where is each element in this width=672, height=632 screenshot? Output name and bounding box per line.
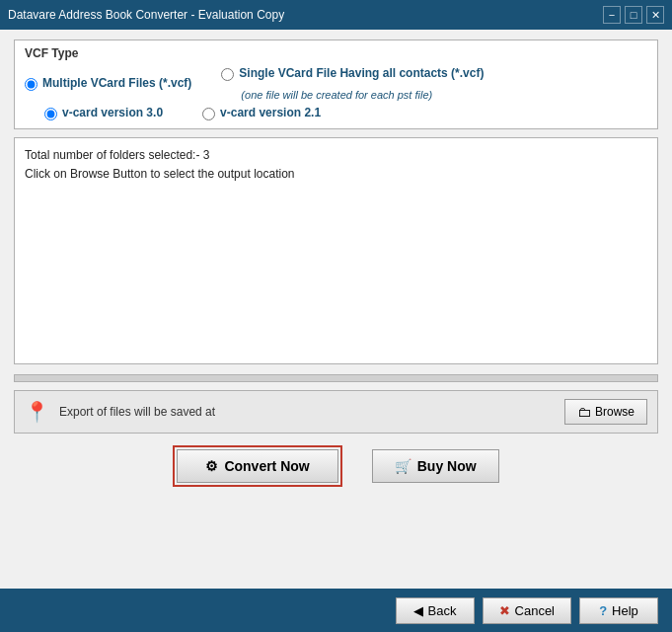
- version-21-label: v-card version 2.1: [220, 106, 321, 121]
- option-version-21[interactable]: v-card version 2.1: [202, 106, 321, 121]
- maximize-button[interactable]: □: [625, 6, 642, 24]
- convert-btn-wrapper: ⚙ Convert Now: [173, 445, 341, 487]
- cancel-icon: ✖: [499, 603, 510, 618]
- log-line-2: Click on Browse Button to select the out…: [25, 165, 647, 184]
- convert-icon: ⚙: [205, 458, 218, 474]
- main-content: VCF Type Multiple VCard Files (*.vcf) Si…: [0, 30, 672, 589]
- radio-single-vcf[interactable]: [221, 68, 234, 81]
- folder-icon: 🗀: [577, 404, 591, 420]
- radio-multiple-vcf[interactable]: [25, 78, 37, 91]
- option-multiple-vcf-label: Multiple VCard Files (*.vcf): [42, 76, 191, 92]
- title-bar: Datavare Address Book Converter - Evalua…: [0, 0, 672, 30]
- back-label: Back: [428, 603, 457, 618]
- cancel-label: Cancel: [515, 603, 555, 618]
- vcf-type-section: VCF Type Multiple VCard Files (*.vcf) Si…: [14, 40, 658, 129]
- log-line-1: Total number of folders selected:- 3: [25, 146, 647, 165]
- log-area: Total number of folders selected:- 3 Cli…: [14, 137, 658, 364]
- cancel-button[interactable]: ✖ Cancel: [483, 597, 571, 624]
- window-title: Datavare Address Book Converter - Evalua…: [8, 8, 603, 22]
- help-icon: ?: [599, 603, 607, 618]
- action-row: ⚙ Convert Now 🛒 Buy Now: [14, 445, 658, 487]
- convert-now-button[interactable]: ⚙ Convert Now: [177, 449, 337, 483]
- bottom-bar: ◀ Back ✖ Cancel ? Help: [0, 589, 672, 632]
- vcf-option-row: Multiple VCard Files (*.vcf) Single VCar…: [25, 66, 647, 102]
- version-row: v-card version 3.0 v-card version 2.1: [25, 106, 647, 121]
- option-single-vcf-sublabel: (one file will be created for each pst f…: [241, 89, 432, 101]
- radio-version-21[interactable]: [202, 108, 215, 120]
- convert-label: Convert Now: [224, 458, 309, 474]
- browse-label: Browse: [595, 405, 635, 419]
- option-single-vcf-label: Single VCard File Having all contacts (*…: [239, 66, 484, 82]
- help-label: Help: [612, 603, 638, 618]
- buy-now-button[interactable]: 🛒 Buy Now: [372, 449, 499, 483]
- back-button[interactable]: ◀ Back: [396, 597, 475, 624]
- close-button[interactable]: ✕: [646, 6, 664, 24]
- option-multiple-vcf[interactable]: Multiple VCard Files (*.vcf): [25, 76, 191, 92]
- buy-label: Buy Now: [417, 458, 477, 474]
- window-controls: − □ ✕: [603, 6, 664, 24]
- export-row: 📍 Export of files will be saved at 🗀 Bro…: [14, 390, 658, 434]
- cart-icon: 🛒: [395, 458, 411, 474]
- minimize-button[interactable]: −: [603, 6, 621, 24]
- help-button[interactable]: ? Help: [579, 597, 658, 624]
- browse-button[interactable]: 🗀 Browse: [564, 399, 647, 425]
- back-icon: ◀: [413, 603, 423, 618]
- progress-bar-container: [14, 374, 658, 382]
- pin-icon: 📍: [25, 402, 49, 422]
- option-single-vcf[interactable]: Single VCard File Having all contacts (*…: [221, 66, 484, 102]
- vcf-type-label: VCF Type: [25, 46, 647, 60]
- option-version-30[interactable]: v-card version 3.0: [44, 106, 163, 121]
- version-30-label: v-card version 3.0: [62, 106, 163, 121]
- radio-version-30[interactable]: [44, 108, 57, 120]
- export-path-text: Export of files will be saved at: [59, 405, 555, 419]
